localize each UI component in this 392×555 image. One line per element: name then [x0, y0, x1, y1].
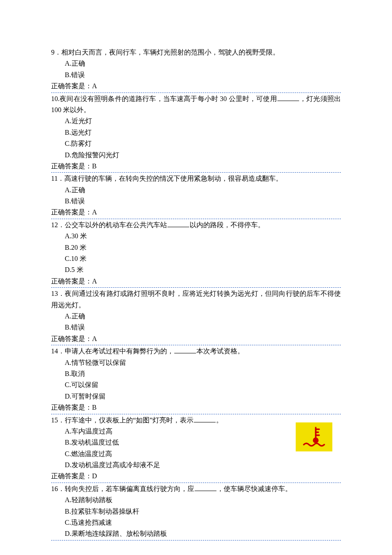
question-number: 13． — [51, 290, 65, 297]
blank-field — [277, 94, 299, 101]
question-16: 16．转向失控后，若车辆偏离直线行驶方向，应，使车辆尽快减速停车。 A.轻踏制动… — [51, 483, 341, 541]
correct-answer: 正确答案是：A — [51, 207, 341, 219]
correct-answer: 正确答案是：B — [51, 402, 341, 414]
question-number: 9． — [51, 49, 61, 56]
blank-field — [167, 220, 189, 227]
question-body-post: 以内的路段，不得停车。 — [190, 221, 265, 228]
option-b: B.错误 — [51, 322, 341, 333]
question-body-pre: 公交车以外的机动车在公共汽车站 — [65, 221, 167, 228]
question-body: 相对白天而言，夜间行车，车辆灯光照射的范围小，驾驶人的视野受限。 — [61, 49, 280, 56]
document-page: 9．相对白天而言，夜间行车，车辆灯光照射的范围小，驾驶人的视野受限。 A.正确 … — [0, 0, 392, 555]
option-c: C.可以保留 — [51, 379, 341, 390]
correct-answer: 正确答案是：B — [51, 161, 341, 173]
option-b: B.取消 — [51, 368, 341, 379]
question-12: 12．公交车以外的机动车在公共汽车站以内的路段，不得停车。 A.30 米 B.2… — [51, 220, 341, 288]
option-a: A.30 米 — [51, 231, 341, 242]
option-c: C.防雾灯 — [51, 138, 341, 149]
question-body-pre: 转向失控后，若车辆偏离直线行驶方向，应 — [65, 485, 194, 492]
question-number: 12． — [51, 221, 65, 228]
svg-point-4 — [314, 438, 318, 442]
question-number: 14． — [51, 347, 65, 355]
option-a: A.轻踏制动踏板 — [51, 494, 341, 506]
question-body-post: 本次考试资格。 — [196, 347, 244, 355]
option-a: A.正确 — [51, 58, 341, 69]
question-body-post: 。 — [216, 416, 223, 424]
option-d: D.果断地连续踩踏、放松制动踏板 — [51, 528, 341, 540]
option-a: A.正确 — [51, 311, 341, 322]
question-14: 14．申请人在考试过程中有舞弊行为的，本次考试资格。 A.情节轻微可以保留 B.… — [51, 346, 341, 414]
blank-field — [194, 416, 216, 422]
option-c: C.迅速抢挡减速 — [51, 517, 341, 528]
question-body-pre: 行车途中，仪表板上的“如图”灯亮时，表示 — [65, 416, 193, 424]
question-number: 15． — [51, 416, 65, 424]
blank-field — [195, 484, 216, 491]
question-11: 11．高速行驶的车辆，在转向失控的情况下使用紧急制动，很容易造成翻车。 A.正确… — [51, 173, 341, 219]
question-number: 16． — [51, 485, 65, 492]
option-b: B.错误 — [51, 196, 341, 207]
option-b: B.错误 — [51, 69, 341, 81]
option-b: B.拉紧驻车制动器操纵杆 — [51, 506, 341, 517]
option-d: D.5 米 — [51, 264, 341, 275]
option-a: A.近光灯 — [51, 116, 341, 127]
engine-temperature-icon — [296, 422, 332, 451]
question-text: 10.夜间在没有照明条件的道路行车，当车速高于每小时 30 公里时，可使用，灯光… — [51, 93, 341, 116]
question-text: 14．申请人在考试过程中有舞弊行为的，本次考试资格。 — [51, 346, 341, 357]
option-d: D.发动机温度过高或冷却液不足 — [51, 460, 341, 471]
question-15: 15．行车途中，仪表板上的“如图”灯亮时，表示。 A.车内温度过高 B.发动机温… — [51, 415, 341, 483]
question-body-post: ，使车辆尽快减速停车。 — [217, 485, 292, 492]
correct-answer: 正确答案是：A — [51, 276, 341, 288]
question-10: 10.夜间在没有照明条件的道路行车，当车速高于每小时 30 公里时，可使用，灯光… — [51, 93, 341, 173]
option-d: D.可暂时保留 — [51, 391, 341, 402]
question-text: 9．相对白天而言，夜间行车，车辆灯光照射的范围小，驾驶人的视野受限。 — [51, 47, 341, 58]
question-number: 11． — [51, 175, 64, 182]
question-text: 16．转向失控后，若车辆偏离直线行驶方向，应，使车辆尽快减速停车。 — [51, 483, 341, 494]
question-13: 13．夜间通过没有路灯或路灯照明不良时，应将近光灯转换为远光灯，但同向行驶的后车… — [51, 288, 341, 345]
question-text: 11．高速行驶的车辆，在转向失控的情况下使用紧急制动，很容易造成翻车。 — [51, 173, 341, 184]
option-c: C.10 米 — [51, 253, 341, 264]
correct-answer: 正确答案是：A — [51, 81, 341, 92]
question-text: 13．夜间通过没有路灯或路灯照明不良时，应将近光灯转换为远光灯，但同向行驶的后车… — [51, 288, 341, 311]
question-body: 高速行驶的车辆，在转向失控的情况下使用紧急制动，很容易造成翻车。 — [64, 175, 282, 182]
question-9: 9．相对白天而言，夜间行车，车辆灯光照射的范围小，驾驶人的视野受限。 A.正确 … — [51, 47, 341, 93]
correct-answer: 正确答案是：D — [51, 471, 341, 483]
blank-field — [174, 347, 196, 353]
correct-answer: 正确答案是：A — [51, 333, 341, 345]
question-number: 10. — [51, 95, 60, 102]
option-b: B.远光灯 — [51, 127, 341, 138]
question-body-pre: 夜间在没有照明条件的道路行车，当车速高于每小时 30 公里时，可使用 — [60, 95, 277, 102]
option-b: B.20 米 — [51, 242, 341, 253]
option-a: A.情节轻微可以保留 — [51, 357, 341, 368]
question-body: 夜间通过没有路灯或路灯照明不良时，应将近光灯转换为远光灯，但同向行驶的后车不得使… — [51, 290, 341, 308]
question-body-pre: 申请人在考试过程中有舞弊行为的， — [65, 347, 174, 355]
option-a: A.正确 — [51, 185, 341, 196]
option-d: D.危险报警闪光灯 — [51, 150, 341, 161]
question-text: 12．公交车以外的机动车在公共汽车站以内的路段，不得停车。 — [51, 220, 341, 231]
